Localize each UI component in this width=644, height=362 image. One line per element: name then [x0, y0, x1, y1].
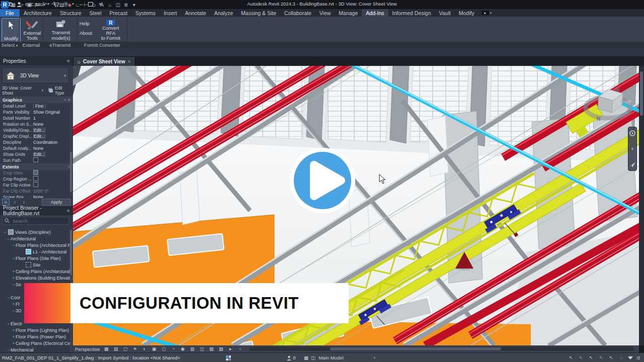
- property-row[interactable]: Far Clip Offset1000' 0": [0, 188, 73, 194]
- tree-item-elevations[interactable]: +Elevations (Building Elevatic: [0, 275, 71, 281]
- design-option-caret-icon[interactable]: ▾: [374, 356, 376, 360]
- tree-item-architectural[interactable]: −Architectural: [0, 235, 71, 242]
- external-tools-button[interactable]: ExternalTools: [21, 18, 43, 42]
- customize-qat-icon[interactable]: ▾: [131, 1, 137, 9]
- viewcube-east[interactable]: E: [585, 104, 588, 110]
- edit-type-button[interactable]: Edit Type: [55, 85, 71, 96]
- tab-structure[interactable]: Structure: [56, 9, 86, 17]
- print-icon[interactable]: ▤: [58, 1, 65, 9]
- browser-search[interactable]: [2, 217, 69, 225]
- convert-rfa-button[interactable]: R Convert RFAto FormIt: [98, 18, 124, 42]
- sun-settings-icon[interactable]: ☀: [132, 346, 138, 351]
- tree-item-floor-plans-arch[interactable]: −Floor Plans (Architectural Pl: [0, 242, 71, 248]
- sync-icon[interactable]: ↻: [34, 1, 41, 9]
- undo-icon[interactable]: ↶: [42, 1, 49, 9]
- property-row[interactable]: Crop Region ...: [0, 176, 73, 182]
- design-options-icon[interactable]: ◫: [309, 355, 316, 360]
- tree-item-electrical-ceiling[interactable]: +Ceiling Plans (Electrical Ceil: [0, 340, 71, 346]
- worksharing-display-icon[interactable]: ◫: [199, 346, 205, 351]
- property-row[interactable]: Show GridsEdit...: [0, 151, 73, 157]
- tab-modify[interactable]: Modify: [455, 9, 478, 17]
- property-row[interactable]: Crop View: [0, 170, 73, 176]
- more-icon[interactable]: ▸: [227, 346, 234, 351]
- measure-icon[interactable]: ∟: [74, 1, 81, 9]
- tab-steel[interactable]: Steel: [86, 9, 106, 17]
- about-button[interactable]: About: [79, 30, 92, 36]
- tab-precast[interactable]: Precast: [106, 9, 132, 17]
- tree-item-floor-plans-site[interactable]: −Floor Plans (Site Plan): [0, 255, 71, 261]
- crop-region-checkbox[interactable]: [33, 176, 38, 181]
- property-row[interactable]: Detail Number1: [0, 115, 73, 121]
- select-pinned-icon[interactable]: ↖: [588, 355, 595, 360]
- modify-button[interactable]: Modify: [2, 18, 21, 43]
- shadows-icon[interactable]: ◐: [141, 346, 148, 351]
- temporary-view-properties-icon[interactable]: ▥: [189, 346, 196, 351]
- tab-view[interactable]: View: [315, 9, 335, 17]
- tree-item-lighting-plan[interactable]: +Floor Plans (Lighting Plan): [0, 327, 71, 333]
- viewcube-south[interactable]: S: [628, 109, 631, 115]
- viewport-hscroll-thumb[interactable]: [330, 347, 501, 350]
- sort-ascending-icon[interactable]: ↕: [11, 199, 19, 206]
- view-tab-cover-sheet[interactable]: ⌂ Cover Sheet View ×: [73, 56, 135, 66]
- worksets-dialog-icon[interactable]: ▦: [302, 355, 309, 360]
- active-design-option[interactable]: Main Model: [318, 355, 343, 360]
- tab-architecture[interactable]: Architecture: [20, 9, 56, 17]
- properties-scroll-thumb[interactable]: [70, 152, 72, 192]
- tab-annotate[interactable]: Annotate: [181, 9, 210, 17]
- tab-vault[interactable]: Vault: [435, 9, 455, 17]
- group-select[interactable]: Select ▾: [0, 42, 19, 48]
- transmit-model-button[interactable]: Transmit model(s): [44, 18, 77, 42]
- visual-style-icon[interactable]: ▢: [122, 346, 129, 351]
- background-processes-icon[interactable]: ◌: [618, 355, 625, 360]
- tree-item-ceiling-plans-arch[interactable]: +Ceiling Plans (Architectural: [0, 268, 71, 275]
- tab-analyze[interactable]: Analyze: [210, 9, 237, 17]
- steering-wheel-icon[interactable]: [629, 130, 635, 136]
- filter-icon[interactable]: [628, 356, 633, 359]
- browser-scroll-thumb[interactable]: [70, 230, 72, 275]
- temporary-hide-isolate-icon[interactable]: ◔: [170, 346, 177, 351]
- graphics-section-header[interactable]: Graphics≈ ∧: [0, 97, 73, 103]
- select-underlay-icon[interactable]: ↖: [578, 355, 585, 360]
- thin-lines-icon[interactable]: ≣: [123, 1, 129, 9]
- select-by-face-icon[interactable]: ↖: [598, 355, 605, 360]
- property-row[interactable]: Far Clip Active: [0, 182, 73, 188]
- detail-level-icon[interactable]: ▤: [113, 346, 119, 351]
- video-play-button[interactable]: [289, 147, 356, 214]
- crop-view-icon[interactable]: ▣: [151, 346, 157, 351]
- tab-insert[interactable]: Insert: [159, 9, 181, 17]
- viewcube-west[interactable]: W: [615, 87, 620, 93]
- restore-button[interactable]: [88, 2, 93, 7]
- status-worksets-icon[interactable]: [225, 355, 231, 361]
- section-icon[interactable]: ◫: [115, 1, 121, 9]
- tab-systems[interactable]: Systems: [131, 9, 159, 17]
- property-row[interactable]: DisciplineCoordination: [0, 139, 73, 145]
- property-row[interactable]: Rotation on S...None: [0, 121, 73, 127]
- text-icon[interactable]: A: [99, 1, 105, 9]
- constraints-icon[interactable]: ▨: [218, 346, 224, 351]
- save-icon[interactable]: ▣: [26, 1, 33, 9]
- revit-logo-icon[interactable]: R: [1, 1, 9, 9]
- search-input[interactable]: [12, 218, 64, 224]
- tab-informed-design[interactable]: Informed Design: [388, 9, 435, 17]
- property-row[interactable]: Visibility/Grap...Edit...: [0, 127, 73, 133]
- property-row[interactable]: Graphic Displ...Edit...: [0, 133, 73, 139]
- home-icon[interactable]: ⌂: [77, 59, 80, 64]
- sun-path-checkbox[interactable]: [33, 157, 38, 162]
- pan-send-icon[interactable]: [629, 161, 636, 167]
- navigation-bar[interactable]: [628, 127, 637, 171]
- tree-item-power-plan[interactable]: +Floor Plans (Power Plan): [0, 333, 71, 340]
- open-icon[interactable]: ▱: [18, 1, 25, 9]
- tree-item-views-discipline[interactable]: −Views (Discipline): [0, 229, 71, 235]
- analysis-icon[interactable]: ▧: [208, 346, 215, 351]
- property-row[interactable]: Parts VisibilityShow Original: [0, 109, 73, 115]
- scale-label[interactable]: Perspective: [75, 346, 100, 352]
- extents-section-header[interactable]: Extents≈: [0, 163, 73, 170]
- screencast-control[interactable]: ▸ ▾: [481, 9, 492, 17]
- crop-region-icon[interactable]: ◻: [160, 346, 167, 351]
- reveal-hidden-icon[interactable]: ◉: [180, 346, 186, 351]
- project-browser-close-icon[interactable]: ×: [67, 208, 70, 214]
- properties-close-icon[interactable]: ×: [67, 58, 70, 64]
- tab-collaborate[interactable]: Collaborate: [280, 9, 315, 17]
- editable-only[interactable]: 0: [287, 355, 295, 360]
- interoperability-icon[interactable]: ▦: [10, 1, 17, 9]
